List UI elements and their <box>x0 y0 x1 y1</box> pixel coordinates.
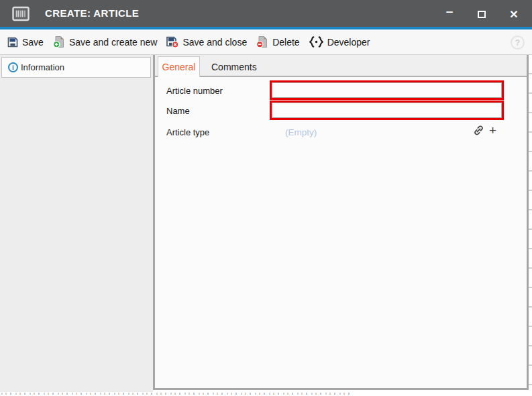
developer-button[interactable]: Developer <box>309 36 370 48</box>
titlebar: CREATE: ARTICLE – ✕ <box>0 0 532 27</box>
save-button[interactable]: Save <box>7 36 44 48</box>
maximize-icon <box>478 11 486 18</box>
main-panel: General Comments Article number Name Art… <box>153 55 529 390</box>
document-add-icon <box>52 36 66 48</box>
document-delete-icon <box>256 36 269 48</box>
name-label: Name <box>166 106 190 116</box>
code-braces-icon <box>309 36 324 48</box>
article-number-label: Article number <box>166 86 223 96</box>
save-label: Save <box>22 37 44 48</box>
add-icon[interactable]: + <box>489 124 496 137</box>
information-label: Information <box>21 62 64 72</box>
create-article-window: CREATE: ARTICLE – ✕ Save Save and create <box>0 0 532 396</box>
floppy-disk-close-icon <box>166 36 179 48</box>
name-error-outline <box>270 101 504 120</box>
save-and-create-new-button[interactable]: Save and create new <box>52 36 158 48</box>
sidebar: i Information <box>0 55 153 392</box>
name-input[interactable] <box>272 103 502 118</box>
delete-button[interactable]: Delete <box>256 36 299 48</box>
article-type-value[interactable]: (Empty) <box>285 127 317 137</box>
tab-strip: General Comments <box>155 55 527 77</box>
save-and-close-label: Save and close <box>182 37 247 48</box>
article-number-input[interactable] <box>272 82 502 98</box>
save-and-close-button[interactable]: Save and close <box>166 36 247 48</box>
save-and-create-new-label: Save and create new <box>69 37 158 48</box>
tab-general[interactable]: General <box>158 56 200 77</box>
close-button[interactable]: ✕ <box>502 5 525 23</box>
floppy-disk-icon <box>7 36 19 48</box>
general-tab-content: Article number Name Article type (Empty)… <box>155 77 527 387</box>
developer-label: Developer <box>327 37 370 48</box>
delete-label: Delete <box>272 37 299 48</box>
window-title: CREATE: ARTICLE <box>45 0 139 27</box>
tab-comments[interactable]: Comments <box>200 57 268 76</box>
background-text-artifact <box>1 393 350 395</box>
minimize-button[interactable]: – <box>438 5 461 23</box>
article-type-actions: + <box>473 124 496 137</box>
barcode-icon <box>11 5 30 22</box>
article-number-error-outline <box>270 80 504 100</box>
toolbar: Save Save and create new Save and close <box>0 29 532 55</box>
information-section-header[interactable]: i Information <box>1 57 151 78</box>
help-icon[interactable]: ? <box>511 36 525 50</box>
info-icon: i <box>8 62 18 72</box>
maximize-button[interactable] <box>470 5 493 23</box>
link-icon[interactable] <box>473 125 484 136</box>
article-type-label: Article type <box>166 127 209 137</box>
background-scrollbar-edge <box>529 55 532 396</box>
